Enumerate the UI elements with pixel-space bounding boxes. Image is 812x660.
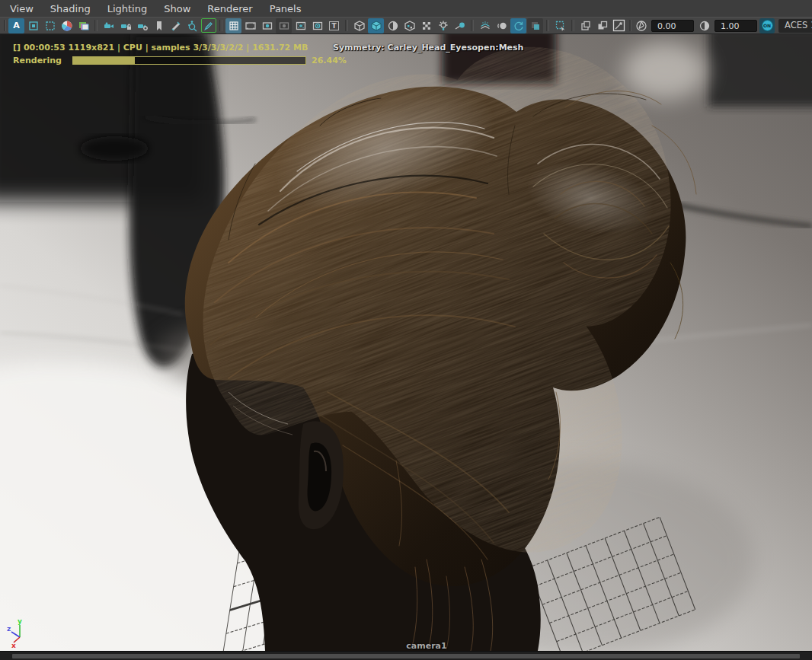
isolate-select-button[interactable] — [552, 18, 568, 33]
lights-icon — [437, 20, 449, 32]
exposure-field[interactable]: 0.00 — [651, 20, 694, 32]
lock-camera-icon — [120, 20, 132, 32]
render-status-line: [] 00:00:53 1119x821 | CPU | samples 3/3… — [13, 43, 308, 53]
panel-toolbar: A — [0, 17, 812, 34]
gate-mask-icon — [278, 20, 290, 32]
pan-zoom-button[interactable] — [184, 18, 200, 33]
checker-icon — [420, 20, 433, 32]
duplicate-view-icon — [580, 20, 592, 32]
render-scene — [0, 34, 812, 651]
render-progress-percent: 26.44% — [312, 56, 347, 65]
menu-view[interactable]: View — [2, 1, 42, 17]
checker-button[interactable] — [418, 18, 434, 33]
image-plane-icon — [78, 20, 90, 32]
frame-selection-button[interactable] — [25, 18, 41, 33]
toolbar-drag-handle[interactable] — [629, 20, 631, 31]
axis-gizmo: y z x — [6, 617, 32, 648]
grease-pencil-button[interactable] — [201, 18, 216, 33]
resolution-gate-icon — [261, 20, 273, 32]
render-loop-icon — [513, 20, 525, 32]
safe-title-button[interactable]: T — [326, 18, 342, 33]
menu-lighting[interactable]: Lighting — [99, 1, 156, 17]
safe-title-icon: T — [329, 21, 339, 30]
panel-focus-icon: A — [13, 21, 20, 30]
smooth-shade-button[interactable] — [368, 18, 384, 33]
bookmark-button[interactable] — [151, 18, 167, 33]
ramp-brush-icon — [170, 20, 182, 32]
shadows-icon — [454, 20, 466, 32]
split-view-icon — [596, 20, 609, 32]
wireframe-button[interactable] — [351, 18, 367, 33]
axis-x-label: x — [11, 642, 16, 648]
gamma-field[interactable]: 1.00 — [714, 20, 757, 32]
field-chart-icon — [295, 20, 307, 32]
lock-camera-button[interactable] — [117, 18, 133, 33]
default-material-sphere-icon — [387, 20, 399, 32]
view-transform-toggle[interactable]: ON — [759, 18, 775, 33]
safe-action-icon — [312, 20, 324, 32]
gate-mask-button[interactable] — [276, 18, 292, 33]
toolbar-separator — [571, 20, 574, 31]
ssao-icon — [479, 20, 491, 32]
safe-action-button[interactable] — [309, 18, 325, 33]
shadows-button[interactable] — [452, 18, 468, 33]
grease-pencil-icon — [203, 21, 214, 31]
image-plane-button[interactable] — [75, 18, 91, 33]
toolbar-drag-handle[interactable] — [4, 20, 6, 31]
toolbar-separator — [345, 20, 348, 31]
ramp-brush-button[interactable] — [168, 18, 184, 33]
color-wheel-button[interactable] — [59, 18, 75, 33]
grid-toggle-button[interactable] — [225, 18, 241, 33]
gamma-contrast-icon — [699, 20, 711, 32]
split-view-button[interactable] — [594, 18, 610, 33]
select-camera-icon — [103, 20, 115, 32]
menu-shading[interactable]: Shading — [42, 1, 99, 17]
motion-blur-button[interactable] — [494, 18, 510, 33]
camera-name-label: camera1 — [385, 641, 468, 651]
view-transform-select[interactable]: ACES 1.0 SDR-video (sRGB) — [778, 19, 812, 33]
panel-focus-button[interactable]: A — [8, 18, 24, 33]
render-progress-fill — [73, 57, 135, 64]
camera-attributes-button[interactable] — [134, 18, 150, 33]
default-material-button[interactable] — [385, 18, 401, 33]
exposure-button[interactable] — [633, 18, 649, 33]
wireframe-cube-icon — [353, 20, 366, 32]
toolbar-separator — [546, 20, 549, 31]
camera-attributes-icon — [136, 20, 149, 32]
toolbar-separator — [471, 20, 474, 31]
axis-y-label: y — [18, 617, 22, 625]
bookmark-icon — [153, 20, 165, 32]
duplicate-view-button[interactable] — [577, 18, 593, 33]
rendering-label: Rendering — [13, 56, 62, 65]
frame-selection-icon — [27, 20, 40, 32]
pan-zoom-icon — [187, 20, 199, 32]
color-management-group: 0.00 1.00 ON ACES 1.0 SDR-video (sRGB) ▾ — [628, 18, 812, 33]
film-gate-button[interactable] — [242, 18, 258, 33]
textured-button[interactable] — [401, 18, 417, 33]
lights-button[interactable] — [435, 18, 451, 33]
smooth-shade-cube-icon — [370, 20, 382, 32]
field-chart-button[interactable] — [293, 18, 308, 33]
texture-box-button[interactable] — [527, 18, 543, 33]
render-loop-button[interactable] — [510, 18, 526, 33]
ssao-button[interactable] — [477, 18, 493, 33]
gamma-button[interactable] — [696, 18, 712, 33]
frame-all-button[interactable] — [42, 18, 58, 33]
menu-show[interactable]: Show — [155, 1, 199, 17]
render-viewport[interactable]: [] 00:00:53 1119x821 | CPU | samples 3/3… — [0, 34, 812, 651]
on-icon: ON — [762, 20, 773, 31]
bottom-bar — [0, 651, 812, 660]
texture-box-icon — [529, 20, 542, 32]
color-picker-button[interactable] — [611, 18, 627, 33]
resolution-gate-button[interactable] — [259, 18, 275, 33]
horizontal-scrollbar[interactable] — [12, 654, 800, 658]
panel-menu-bar: View Shading Lighting Show Renderer Pane… — [0, 0, 812, 17]
toolbar-separator — [219, 20, 222, 31]
color-picker-icon — [612, 19, 625, 32]
toolbar-separator — [94, 20, 98, 31]
menu-renderer[interactable]: Renderer — [199, 1, 261, 17]
render-progress-bar — [72, 56, 306, 65]
menu-panels[interactable]: Panels — [261, 1, 310, 17]
motion-blur-icon — [496, 20, 508, 32]
select-camera-button[interactable] — [101, 18, 117, 33]
